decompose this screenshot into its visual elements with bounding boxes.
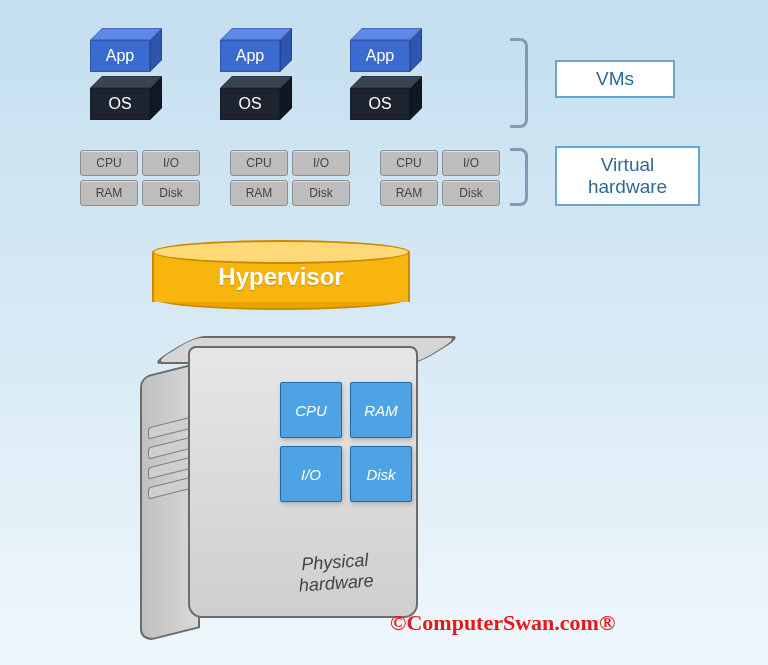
vhw-io-chip: I/O	[142, 150, 200, 176]
vhw-ram-chip: RAM	[230, 180, 288, 206]
hw-cpu-chip: CPU	[280, 382, 342, 438]
virtual-hardware-group: CPU I/O RAM Disk	[230, 150, 350, 206]
app-cube-label: App	[350, 40, 410, 72]
hw-io-chip: I/O	[280, 446, 342, 502]
vm-stack: App OS	[220, 28, 292, 124]
vhw-cpu-chip: CPU	[80, 150, 138, 176]
legend-vhw-line1: Virtual	[601, 154, 655, 175]
virtual-hardware-group: CPU I/O RAM Disk	[80, 150, 200, 206]
os-cube-label: OS	[90, 88, 150, 120]
tower-vents-icon	[148, 417, 192, 500]
vhw-io-chip: I/O	[292, 150, 350, 176]
legend-vhw-line2: hardware	[588, 176, 667, 197]
vhw-disk-chip: Disk	[142, 180, 200, 206]
os-cube: OS	[90, 76, 162, 120]
os-cube: OS	[350, 76, 422, 120]
hw-disk-chip: Disk	[350, 446, 412, 502]
vhw-disk-chip: Disk	[292, 180, 350, 206]
physical-hw-grid: CPU RAM I/O Disk	[280, 382, 412, 502]
vm-stack: App OS	[350, 28, 422, 124]
bracket-vhw-icon	[510, 148, 528, 206]
vm-stacks: App OS App OS App OS	[90, 28, 422, 124]
hw-ram-chip: RAM	[350, 382, 412, 438]
vhw-io-chip: I/O	[442, 150, 500, 176]
legend-virtual-hardware: Virtual hardware	[555, 146, 700, 206]
vhw-cpu-chip: CPU	[230, 150, 288, 176]
credit-text: ©ComputerSwan.com®	[390, 610, 615, 636]
hypervisor-cylinder: Hypervisor	[152, 240, 410, 310]
vhw-disk-chip: Disk	[442, 180, 500, 206]
app-cube: App	[220, 28, 292, 72]
os-cube-label: OS	[350, 88, 410, 120]
vhw-ram-chip: RAM	[80, 180, 138, 206]
vm-stack: App OS	[90, 28, 162, 124]
vhw-cpu-chip: CPU	[380, 150, 438, 176]
virtual-hardware-group: CPU I/O RAM Disk	[380, 150, 500, 206]
vhw-ram-chip: RAM	[380, 180, 438, 206]
bracket-vms-icon	[510, 38, 528, 128]
app-cube: App	[90, 28, 162, 72]
app-cube: App	[350, 28, 422, 72]
os-cube: OS	[220, 76, 292, 120]
legend-vms: VMs	[555, 60, 675, 98]
virtual-hardware-row: CPU I/O RAM Disk CPU I/O RAM Disk CPU I/…	[80, 150, 500, 206]
app-cube-label: App	[90, 40, 150, 72]
app-cube-label: App	[220, 40, 280, 72]
phys-label-line2: hardware	[298, 570, 374, 595]
physical-hardware-label: Physical hardware	[297, 549, 375, 596]
os-cube-label: OS	[220, 88, 280, 120]
physical-tower: CPU RAM I/O Disk Physical hardware	[130, 332, 440, 630]
